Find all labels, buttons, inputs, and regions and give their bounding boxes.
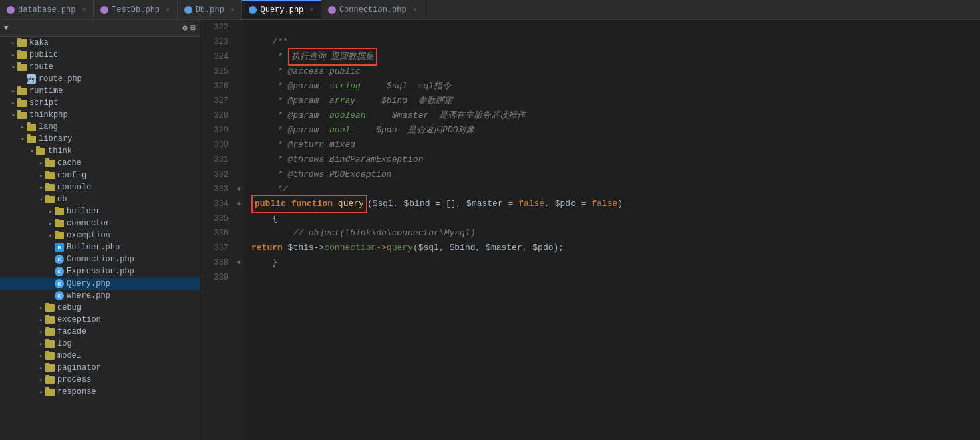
tree-item-label: paginator [57, 363, 101, 372]
tab-icon-query [249, 6, 257, 14]
c-file-icon: C [55, 279, 64, 288]
tree-item-exception2[interactable]: ▸exception [0, 314, 200, 326]
c-file-icon: C [55, 267, 64, 276]
function-highlight-box: public function query [251, 195, 367, 213]
tree-item-label: Query.php [67, 279, 110, 288]
tree-item-paginator[interactable]: ▸paginator [0, 362, 200, 374]
folder-arrow: ▸ [37, 184, 45, 191]
tab-query-php[interactable]: Query.php × [242, 0, 321, 19]
tree-item-exception[interactable]: ▸exception [0, 229, 200, 241]
sidebar-header-left: ▼ [4, 24, 11, 32]
tree-item-cache[interactable]: ▸cache [0, 157, 200, 169]
folder-arrow: ▸ [9, 51, 17, 59]
folder-arrow: ▸ [47, 232, 55, 239]
tree-item-Query.php-tree[interactable]: CQuery.php [0, 278, 200, 290]
folder-icon [17, 39, 27, 47]
tree-item-route[interactable]: ▾route [0, 61, 200, 73]
tree-item-route.php[interactable]: phproute.php [0, 73, 200, 85]
tree-item-debug[interactable]: ▸debug [0, 302, 200, 314]
tree-item-label: facade [57, 327, 86, 336]
line-number-336: 336 [200, 226, 228, 241]
fold-marker-329 [234, 123, 244, 138]
folder-arrow: ▸ [37, 316, 45, 324]
tree-item-think[interactable]: ▾think [0, 145, 200, 157]
tree-item-label: route.php [39, 74, 82, 84]
tree-item-public[interactable]: ▸public [0, 49, 200, 61]
tree-item-lang[interactable]: ▸lang [0, 121, 200, 133]
tab-close-testdb[interactable]: × [166, 6, 170, 14]
tree-item-label: runtime [29, 86, 63, 96]
fold-marker-334[interactable]: ◆ [234, 197, 244, 211]
tree-item-label: public [29, 50, 58, 60]
tab-database-php[interactable]: database.php × [0, 0, 94, 19]
line-number-326: 326 [200, 79, 228, 94]
tree-item-runtime[interactable]: ▸runtime [0, 85, 200, 97]
line-number-328: 328 [200, 108, 228, 123]
tree-item-Where.php[interactable]: CWhere.php [0, 290, 200, 302]
folder-arrow: ▸ [9, 100, 17, 107]
tree-item-label: think [48, 146, 72, 156]
tab-db-php[interactable]: Db.php × [178, 0, 242, 19]
line-number-330: 330 [200, 138, 228, 152]
folder-icon [17, 64, 27, 71]
folder-arrow: ▸ [37, 304, 45, 312]
code-line-338: } [251, 255, 980, 270]
code-line-322 [251, 20, 980, 35]
folder-icon [17, 88, 27, 95]
fold-marker-333[interactable]: ◆ [234, 182, 244, 197]
tree-item-label: route [29, 62, 53, 72]
line-number-339: 339 [200, 270, 228, 285]
tab-testdb-php[interactable]: TestDb.php × [94, 0, 178, 19]
tab-close-db[interactable]: × [230, 6, 235, 14]
tree-item-process[interactable]: ▸process [0, 374, 200, 386]
fold-marker-338[interactable]: ◆ [234, 255, 244, 270]
tree-item-response[interactable]: ▸response [0, 386, 200, 398]
tree-item-label: process [57, 375, 91, 384]
folder-icon [17, 100, 27, 107]
layout-icon[interactable]: ⊟ [190, 23, 196, 33]
tab-close-query[interactable]: × [309, 6, 314, 14]
tree-item-facade[interactable]: ▸facade [0, 326, 200, 338]
tree-item-connector[interactable]: ▸connector [0, 217, 200, 229]
fold-marker-324 [234, 49, 244, 64]
code-line-339 [251, 270, 980, 285]
settings-icon[interactable]: ⚙ [182, 23, 188, 33]
folder-arrow: ▸ [19, 124, 27, 131]
tree-item-Builder.php[interactable]: BBuilder.php [0, 241, 200, 253]
tree-item-kaka[interactable]: ▸kaka [0, 37, 200, 49]
code-line-324: * 执行查询 返回数据集 [251, 49, 980, 64]
tree-item-builder[interactable]: ▸builder [0, 205, 200, 217]
tree-item-console[interactable]: ▸console [0, 181, 200, 193]
tree-item-Connection.php-tree[interactable]: CConnection.php [0, 253, 200, 265]
tree-item-script[interactable]: ▸script [0, 97, 200, 109]
tree-item-db[interactable]: ▾db [0, 193, 200, 205]
folder-arrow: ▸ [37, 328, 45, 336]
fold-marker-331 [234, 152, 244, 167]
line-number-334: 334 [200, 197, 228, 211]
code-line-323: /** [251, 35, 980, 49]
tab-icon-db [184, 6, 192, 14]
tab-close-database[interactable]: × [81, 6, 86, 14]
tree-item-model[interactable]: ▸model [0, 350, 200, 362]
tab-close-connection[interactable]: × [413, 6, 418, 14]
code-line-331: * @throws BindParamException [251, 152, 980, 167]
folder-icon [45, 376, 55, 384]
fold-marker-336 [234, 226, 244, 241]
fold-marker-323 [234, 35, 244, 49]
folder-icon [45, 196, 55, 203]
sidebar-header-icons: ⚙ ⊟ [182, 23, 196, 33]
tree-item-thinkphp[interactable]: ▾thinkphp [0, 109, 200, 121]
tree-item-library[interactable]: ▾library [0, 133, 200, 145]
folder-arrow: ▾ [9, 64, 17, 71]
tree-item-label: log [57, 339, 72, 348]
tree-item-config[interactable]: ▸config [0, 169, 200, 181]
project-icon: ▼ [4, 24, 9, 32]
folder-icon [55, 220, 64, 227]
code-line-330: * @return mixed [251, 138, 980, 152]
folder-icon [36, 148, 45, 155]
tree-item-label: response [57, 387, 96, 397]
tab-connection-php[interactable]: Connection.php × [321, 0, 424, 19]
tree-item-log[interactable]: ▸log [0, 338, 200, 350]
folder-icon [55, 232, 64, 239]
tree-item-Expression.php[interactable]: CExpression.php [0, 265, 200, 278]
